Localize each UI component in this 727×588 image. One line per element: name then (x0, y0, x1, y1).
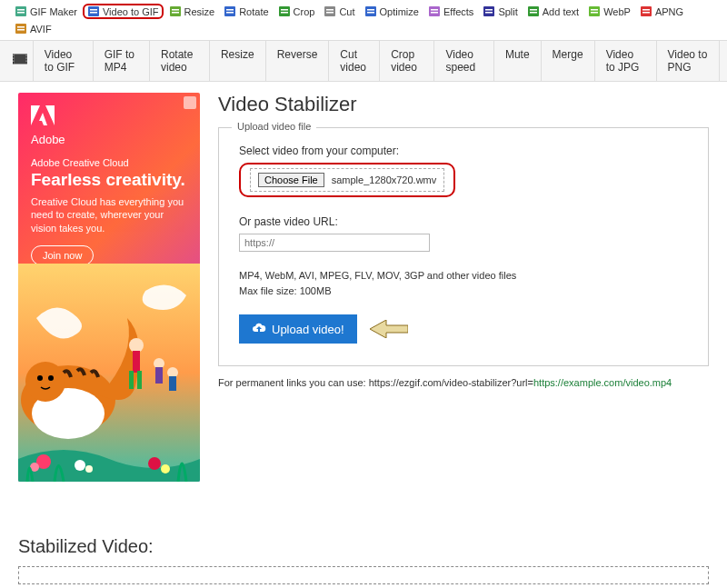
ad-line1: Adobe Creative Cloud (31, 157, 187, 168)
ad-brand: Adobe (31, 133, 187, 146)
adobe-logo-icon (31, 105, 187, 131)
subtab-cut-video[interactable]: Cut video (329, 41, 380, 81)
svg-rect-44 (13, 60, 15, 62)
upload-panel: Upload video file Select video from your… (218, 127, 709, 366)
selected-filename: sample_1280x720.wmv (332, 174, 437, 185)
nav-avif-icon (15, 23, 27, 35)
svg-point-65 (85, 465, 93, 473)
maxsize-text: Max file size: 100MB (239, 285, 331, 296)
svg-rect-46 (25, 57, 27, 59)
svg-rect-36 (15, 24, 26, 34)
file-input-highlight: Choose File sample_1280x720.wmv (239, 163, 455, 197)
svg-rect-33 (641, 6, 652, 16)
nav-effects[interactable]: Effects (424, 4, 477, 19)
svg-rect-61 (169, 376, 176, 391)
svg-rect-3 (88, 6, 99, 16)
url-input[interactable] (239, 234, 430, 252)
svg-rect-22 (431, 9, 438, 11)
ad-cta-button[interactable]: Join now (31, 245, 94, 265)
svg-point-66 (148, 457, 161, 470)
svg-rect-17 (326, 12, 334, 14)
nav-webp-label: WebP (603, 6, 631, 17)
ad-line2: Fearless creativity. (31, 170, 187, 190)
nav-add-text-icon (527, 5, 540, 17)
nav-crop-icon (278, 5, 291, 17)
svg-rect-6 (170, 6, 181, 16)
svg-rect-30 (589, 6, 600, 16)
svg-rect-39 (15, 54, 26, 64)
nav-avif[interactable]: AVIF (11, 21, 55, 36)
svg-rect-16 (326, 9, 334, 11)
nav-split[interactable]: Split (479, 4, 521, 19)
svg-rect-59 (155, 367, 163, 384)
ad-illustration (18, 264, 200, 482)
nav-apng[interactable]: APNG (636, 4, 687, 19)
svg-point-52 (37, 375, 43, 381)
subtab-video-to-jpg[interactable]: Video to JPG (595, 41, 657, 81)
nav-rotate[interactable]: Rotate (220, 4, 272, 19)
nav-webp[interactable]: WebP (584, 4, 634, 19)
nav-gif-maker[interactable]: GIF Maker (11, 4, 81, 19)
svg-rect-42 (13, 55, 15, 56)
subtab-gif-to-mp4[interactable]: GIF to MP4 (94, 41, 150, 81)
choose-file-button[interactable]: Choose File (258, 173, 324, 187)
svg-rect-24 (483, 6, 494, 16)
subtab-video-to-gif[interactable]: Video to GIF (33, 41, 94, 81)
subtab-video-speed[interactable]: Video speed (434, 41, 493, 81)
subtab-resize[interactable]: Resize (210, 41, 266, 81)
svg-rect-27 (528, 6, 539, 16)
nav-rotate-icon (224, 5, 236, 17)
stabilized-heading: Stabilized Video: (0, 536, 727, 557)
svg-point-54 (129, 338, 144, 353)
svg-rect-25 (485, 9, 493, 11)
svg-rect-7 (172, 9, 179, 11)
nav-gif-maker-label: GIF Maker (30, 6, 77, 17)
nav-resize[interactable]: Resize (165, 4, 219, 19)
nav-split-icon (483, 5, 495, 17)
subtab-rotate-video[interactable]: Rotate video (150, 41, 210, 81)
svg-point-53 (48, 375, 54, 381)
page-title: Video Stabilizer (218, 93, 709, 116)
svg-rect-43 (13, 57, 15, 59)
svg-rect-21 (429, 6, 440, 16)
svg-rect-28 (530, 9, 537, 11)
url-label: Or paste video URL: (239, 215, 688, 228)
svg-point-64 (75, 460, 85, 471)
svg-rect-35 (642, 12, 650, 14)
svg-rect-1 (17, 9, 25, 11)
nav-effects-label: Effects (443, 6, 473, 17)
svg-rect-14 (281, 12, 288, 14)
nav-add-text[interactable]: Add text (523, 4, 583, 19)
nav-apng-icon (640, 5, 652, 17)
svg-rect-8 (172, 12, 179, 14)
permalink-example-link[interactable]: https://example.com/video.mp4 (533, 377, 672, 388)
top-nav: GIF MakerVideo to GIFResizeRotateCropCut… (0, 0, 727, 40)
svg-rect-5 (90, 12, 97, 14)
ad-badge-icon (184, 96, 196, 109)
nav-webp-icon (588, 5, 601, 17)
nav-apng-label: APNG (655, 6, 683, 17)
upload-button-label: Upload video! (272, 323, 344, 336)
svg-rect-15 (324, 6, 335, 16)
nav-video-to-gif[interactable]: Video to GIF (83, 4, 164, 19)
svg-rect-9 (224, 6, 235, 16)
subtab-mute[interactable]: Mute (494, 41, 542, 81)
nav-crop[interactable]: Crop (274, 4, 319, 19)
subtab-reverse[interactable]: Reverse (266, 41, 330, 81)
nav-effects-icon (428, 5, 441, 17)
svg-rect-37 (17, 26, 25, 28)
nav-optimize[interactable]: Optimize (361, 4, 423, 19)
subtab-video-to-png[interactable]: Video to PNG (657, 41, 721, 81)
panel-legend: Upload video file (232, 121, 316, 132)
subtab-crop-video[interactable]: Crop video (380, 41, 434, 81)
formats-note: MP4, WebM, AVI, MPEG, FLV, MOV, 3GP and … (239, 268, 688, 298)
svg-rect-26 (485, 12, 493, 14)
formats-text: MP4, WebM, AVI, MPEG, FLV, MOV, 3GP and … (239, 270, 516, 281)
subtab-merge[interactable]: Merge (542, 41, 595, 81)
ad-sidebar[interactable]: Adobe Adobe Creative Cloud Fearless crea… (18, 93, 200, 482)
upload-button[interactable]: Upload video! (239, 314, 357, 344)
arrow-annotation-icon (370, 320, 408, 338)
svg-rect-0 (15, 6, 26, 16)
svg-rect-32 (591, 12, 598, 14)
nav-cut[interactable]: Cut (320, 4, 358, 19)
